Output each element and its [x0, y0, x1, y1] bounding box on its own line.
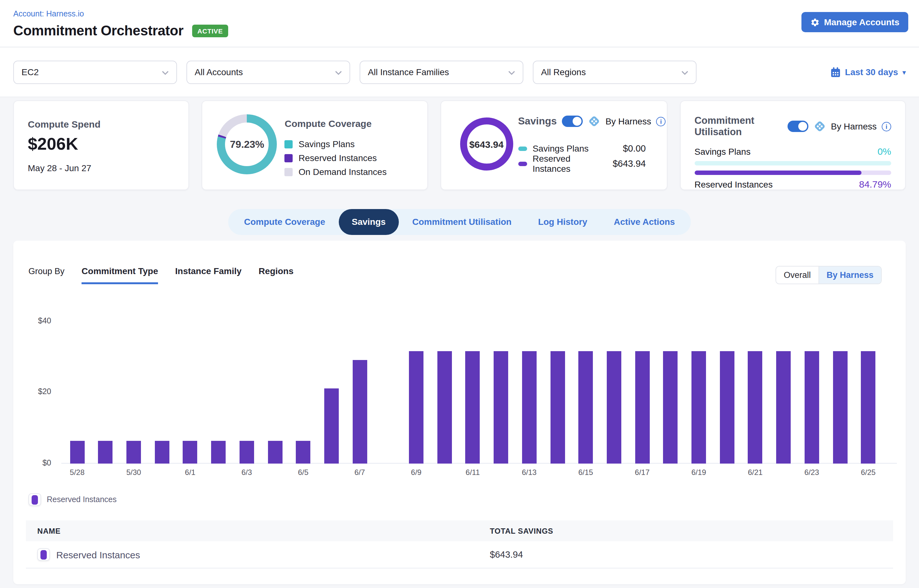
manage-accounts-label: Manage Accounts	[824, 17, 900, 27]
y-axis-label: $40	[18, 317, 51, 325]
x-axis-label: 6/5	[288, 468, 318, 477]
bar-6/23[interactable]	[805, 351, 819, 463]
kpi-cards-row: Compute Spend $206K May 28 - Jun 27 79.2…	[13, 100, 906, 190]
row-total-savings: $643.94	[490, 549, 523, 560]
bar-6/7[interactable]	[352, 360, 367, 463]
row-swatch-box	[37, 548, 50, 561]
account-link[interactable]: Account: Harness.io	[13, 10, 84, 18]
tab-log-history[interactable]: Log History	[525, 209, 601, 235]
bar-6/24[interactable]	[833, 351, 847, 463]
bar-6/18[interactable]	[663, 351, 678, 463]
bar-6/21[interactable]	[748, 351, 763, 463]
bar-6/2[interactable]	[211, 441, 225, 463]
bar-6/17[interactable]	[635, 351, 650, 463]
by-harness-toggle[interactable]	[787, 121, 808, 132]
manage-accounts-button[interactable]: Manage Accounts	[801, 12, 908, 32]
bar-6/4[interactable]	[267, 441, 282, 463]
x-axis-label: 6/19	[684, 468, 714, 477]
savings-row-label: Savings Plans	[533, 143, 617, 153]
legend-label: On Demand Instances	[299, 167, 387, 177]
bar-5/31[interactable]	[154, 441, 169, 463]
bar-6/6[interactable]	[324, 388, 339, 463]
savings-row-value: $0.00	[623, 143, 646, 153]
bar-5/30[interactable]	[126, 441, 141, 463]
by-harness-toggle[interactable]	[562, 116, 583, 127]
bar-6/22[interactable]	[776, 351, 791, 463]
info-icon[interactable]: i	[882, 121, 891, 131]
x-axis-label: 5/30	[118, 468, 149, 477]
bar-6/3[interactable]	[240, 441, 254, 463]
bar-6/19[interactable]	[692, 351, 706, 463]
group-by-regions[interactable]: Regions	[259, 266, 293, 282]
info-icon[interactable]: i	[656, 116, 666, 126]
service-filter-dropdown[interactable]: EC2	[13, 60, 177, 84]
by-harness-label: By Harness	[831, 121, 877, 131]
tab-commitment-utilisation[interactable]: Commitment Utilisation	[399, 209, 525, 235]
compute-coverage-card: 79.23% Compute Coverage Savings Plans Re…	[202, 100, 428, 190]
calendar-icon	[830, 67, 841, 78]
bar-6/5[interactable]	[296, 441, 310, 463]
bar-6/12[interactable]	[494, 351, 508, 463]
tab-active-actions[interactable]: Active Actions	[600, 209, 688, 235]
reserved-instances-swatch	[32, 495, 38, 504]
service-filter-value: EC2	[21, 67, 39, 77]
accounts-filter-dropdown[interactable]: All Accounts	[186, 60, 350, 84]
bar-5/28[interactable]	[70, 441, 84, 463]
legend-item: Reserved Instances	[285, 151, 387, 165]
group-by-instance-family[interactable]: Instance Family	[175, 266, 242, 282]
bar-6/25[interactable]	[861, 351, 875, 463]
view-toggle: Overall By Harness	[776, 266, 882, 284]
column-header-total-savings: TOTAL SAVINGS	[490, 527, 553, 535]
chevron-down-icon	[681, 67, 688, 77]
page-title: Commitment Orchestrator	[13, 23, 183, 39]
table-header: NAME TOTAL SAVINGS	[26, 520, 893, 541]
util-reserved-instances-label: Reserved Instances	[694, 179, 772, 189]
bar-6/1[interactable]	[183, 441, 198, 463]
bar-6/11[interactable]	[465, 351, 480, 463]
bar-6/15[interactable]	[578, 351, 593, 463]
x-axis-label: 5/28	[62, 468, 92, 477]
group-by-controls: Group By Commitment Type Instance Family…	[28, 266, 293, 284]
regions-filter-dropdown[interactable]: All Regions	[533, 60, 697, 84]
reserved-instances-progress-bar	[694, 171, 891, 175]
date-range-label: Last 30 days	[845, 67, 898, 77]
group-by-commitment-type[interactable]: Commitment Type	[81, 266, 158, 284]
legend-checkbox[interactable]	[28, 493, 41, 506]
view-toggle-by-harness[interactable]: By Harness	[818, 267, 881, 284]
savings-row: Reserved Instances $643.94	[518, 156, 646, 171]
savings-donut-value: $643.94	[450, 118, 523, 171]
util-savings-plans-label: Savings Plans	[694, 146, 750, 156]
savings-plans-progress-bar	[694, 161, 891, 165]
commitment-utilisation-title: Commitment Utilisation	[694, 115, 782, 138]
savings-plans-swatch	[285, 140, 293, 148]
tab-savings[interactable]: Savings	[339, 209, 399, 235]
chevron-down-icon	[508, 67, 515, 77]
bar-6/9[interactable]	[409, 351, 423, 463]
date-range-picker[interactable]: Last 30 days ▾	[830, 67, 906, 78]
y-axis-label: $20	[18, 388, 51, 396]
tab-compute-coverage[interactable]: Compute Coverage	[231, 209, 339, 235]
bar-6/14[interactable]	[550, 351, 565, 463]
x-axis-label: 6/11	[458, 468, 488, 477]
savings-card: $643.94 Savings	[440, 100, 667, 190]
compute-coverage-title: Compute Coverage	[285, 118, 387, 129]
app-root: Account: Harness.io Commitment Orchestra…	[0, 0, 919, 588]
instance-families-filter-dropdown[interactable]: All Instance Families	[360, 60, 524, 84]
caret-down-icon: ▾	[903, 68, 906, 76]
bar-6/20[interactable]	[720, 351, 734, 463]
on-demand-swatch	[285, 168, 293, 176]
x-axis-label: 6/1	[175, 468, 206, 477]
bar-6/16[interactable]	[607, 351, 621, 463]
bar-5/29[interactable]	[98, 441, 113, 463]
legend-label: Reserved Instances	[299, 153, 377, 163]
bar-6/13[interactable]	[522, 351, 536, 463]
reserved-instances-swatch	[41, 550, 47, 559]
group-by-label: Group By	[28, 267, 65, 276]
section-tabs: Compute Coverage Savings Commitment Util…	[228, 209, 690, 235]
table-row[interactable]: Reserved Instances $643.94	[26, 541, 893, 569]
view-toggle-overall[interactable]: Overall	[776, 267, 819, 284]
chart-legend[interactable]: Reserved Instances	[28, 493, 117, 506]
compute-spend-title: Compute Spend	[28, 119, 189, 129]
bar-6/10[interactable]	[437, 351, 452, 463]
util-savings-plans-pct: 0%	[878, 146, 891, 157]
